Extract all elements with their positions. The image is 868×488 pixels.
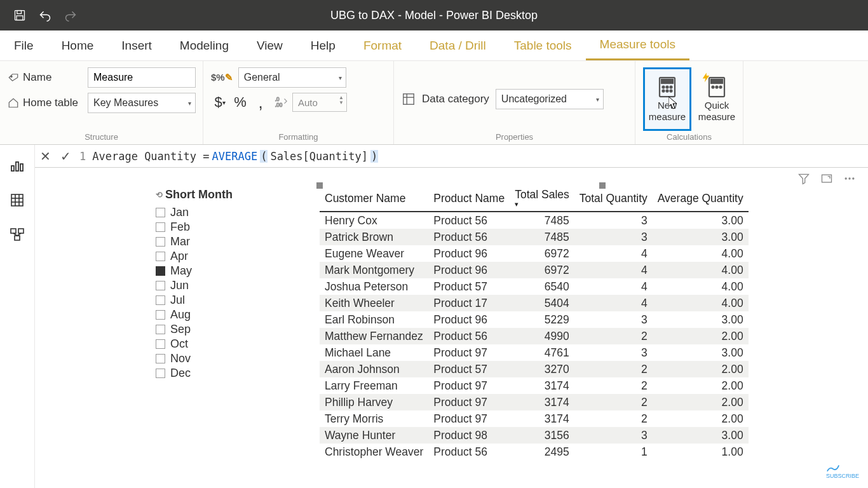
checkbox-icon[interactable]	[156, 208, 165, 217]
data-category-select[interactable]: Uncategorized▾	[496, 89, 604, 109]
format-select[interactable]: General▾	[238, 67, 346, 88]
focus-mode-icon[interactable]	[820, 172, 834, 186]
table-row[interactable]: Terry MorrisProduct 97317422.00	[320, 410, 749, 427]
new-measure-button[interactable]: New measure	[643, 67, 691, 131]
table-row[interactable]: Henry CoxProduct 56748533.00	[320, 212, 749, 229]
data-table[interactable]: Customer NameProduct NameTotal Sales▾Tot…	[320, 186, 739, 460]
table-row[interactable]: Aaron JohnsonProduct 57327022.00	[320, 361, 749, 377]
table-cell: Michael Lane	[320, 344, 428, 361]
formula-cancel-icon[interactable]: ✕	[35, 146, 55, 167]
table-row[interactable]: Mark MontgomeryProduct 96697244.00	[320, 262, 749, 278]
slicer-item-label: Nov	[170, 352, 191, 365]
more-options-icon[interactable]	[843, 172, 857, 186]
slicer-item-mar[interactable]: Mar	[156, 234, 283, 249]
tab-format[interactable]: Format	[349, 30, 416, 60]
file-tab[interactable]: File	[0, 30, 48, 60]
table-cell: Mark Montgomery	[320, 262, 428, 278]
report-view-icon[interactable]	[9, 158, 25, 174]
decimal-icon[interactable]: .0.00	[272, 93, 290, 111]
table-cell: Phillip Harvey	[320, 394, 428, 410]
comma-icon[interactable]: ,	[252, 93, 269, 111]
table-row[interactable]: Matthew FernandezProduct 56499022.00	[320, 328, 749, 344]
data-category-icon	[402, 92, 416, 106]
currency-icon[interactable]: $▾	[211, 93, 229, 111]
table-row[interactable]: Wayne HunterProduct 98315633.00	[320, 427, 749, 444]
column-header[interactable]: Product Name	[428, 186, 510, 212]
table-row[interactable]: Joshua PetersonProduct 57654044.00	[320, 278, 749, 295]
checkbox-icon[interactable]	[156, 281, 165, 290]
filter-icon[interactable]	[797, 172, 811, 186]
checkbox-icon[interactable]	[156, 237, 165, 247]
table-cell: 4	[574, 245, 653, 262]
slicer-item-sep[interactable]: Sep	[156, 322, 283, 337]
month-slicer[interactable]: ⟲ Short Month JanFebMarAprMayJunJulAugSe…	[156, 188, 283, 381]
table-cell: Product 56	[428, 229, 510, 245]
checkbox-icon[interactable]	[156, 252, 165, 261]
report-canvas[interactable]: ⟲ Short Month JanFebMarAprMayJunJulAugSe…	[35, 168, 868, 488]
table-row[interactable]: Phillip HarveyProduct 97317422.00	[320, 394, 749, 410]
table-cell: Product 96	[428, 262, 510, 278]
data-view-icon[interactable]	[9, 192, 25, 208]
slicer-item-apr[interactable]: Apr	[156, 249, 283, 264]
table-cell: 2	[574, 410, 653, 427]
table-cell: 2495	[510, 444, 574, 460]
checkbox-icon[interactable]	[156, 266, 165, 276]
table-cell: Product 56	[428, 444, 510, 460]
tab-data-drill[interactable]: Data / Drill	[416, 30, 500, 60]
slicer-item-aug[interactable]: Aug	[156, 308, 283, 322]
undo-icon[interactable]	[38, 8, 52, 22]
checkbox-icon[interactable]	[156, 222, 165, 232]
svg-point-21	[720, 86, 722, 88]
slicer-item-jul[interactable]: Jul	[156, 293, 283, 308]
slicer-reset-icon[interactable]: ⟲	[156, 190, 163, 200]
table-cell: 7485	[510, 212, 574, 229]
column-header[interactable]: Total Quantity	[574, 186, 653, 212]
checkbox-icon[interactable]	[156, 295, 165, 305]
svg-point-15	[667, 90, 668, 92]
save-icon[interactable]	[13, 8, 27, 22]
table-row[interactable]: Keith WheelerProduct 17540444.00	[320, 295, 749, 311]
table-cell: 2.00	[653, 410, 749, 427]
column-header[interactable]: Customer Name	[320, 186, 428, 212]
table-row[interactable]: Patrick BrownProduct 56748533.00	[320, 229, 749, 245]
checkbox-icon[interactable]	[156, 325, 165, 334]
model-view-icon[interactable]	[9, 226, 25, 243]
slicer-item-oct[interactable]: Oct	[156, 337, 283, 351]
tab-modeling[interactable]: Modeling	[166, 30, 243, 60]
checkbox-icon[interactable]	[156, 339, 165, 349]
quick-measure-button[interactable]: Quick measure	[693, 67, 741, 131]
home-table-select[interactable]: Key Measures▾	[88, 93, 196, 113]
tab-insert[interactable]: Insert	[107, 30, 166, 60]
decimal-places-input[interactable]: Auto ▲▼	[292, 93, 347, 112]
tab-view[interactable]: View	[243, 30, 297, 60]
checkbox-icon[interactable]	[156, 369, 165, 378]
redo-icon[interactable]	[64, 8, 78, 22]
table-row[interactable]: Earl RobinsonProduct 96522933.00	[320, 311, 749, 328]
tab-table-tools[interactable]: Table tools	[500, 30, 586, 60]
table-row[interactable]: Michael LaneProduct 97476133.00	[320, 344, 749, 361]
svg-rect-32	[15, 236, 20, 240]
table-row[interactable]: Eugene WeaverProduct 96697244.00	[320, 245, 749, 262]
checkbox-icon[interactable]	[156, 310, 165, 320]
percent-icon[interactable]: %	[231, 93, 249, 111]
slicer-item-feb[interactable]: Feb	[156, 220, 283, 234]
table-row[interactable]: Larry FreemanProduct 97317422.00	[320, 377, 749, 394]
formula-accept-icon[interactable]: ✓	[55, 146, 76, 167]
table-cell: 2.00	[653, 377, 749, 394]
tab-measure-tools[interactable]: Measure tools	[586, 30, 689, 60]
column-header[interactable]: Average Quantity	[653, 186, 749, 212]
structure-group-label: Structure	[8, 131, 195, 143]
slicer-item-nov[interactable]: Nov	[156, 351, 283, 366]
checkbox-icon[interactable]	[156, 354, 165, 363]
slicer-item-jan[interactable]: Jan	[156, 205, 283, 220]
table-row[interactable]: Christopher WeaverProduct 56249511.00	[320, 444, 749, 460]
formula-input[interactable]: 1 Average Quantity = AVERAGE( Sales[Quan…	[76, 150, 868, 163]
table-cell: Eugene Weaver	[320, 245, 428, 262]
slicer-item-may[interactable]: May	[156, 264, 283, 278]
name-input[interactable]	[88, 67, 196, 88]
column-header[interactable]: Total Sales▾	[510, 186, 574, 212]
tab-home[interactable]: Home	[48, 30, 108, 60]
slicer-item-jun[interactable]: Jun	[156, 278, 283, 293]
tab-help[interactable]: Help	[297, 30, 349, 60]
slicer-item-dec[interactable]: Dec	[156, 366, 283, 381]
